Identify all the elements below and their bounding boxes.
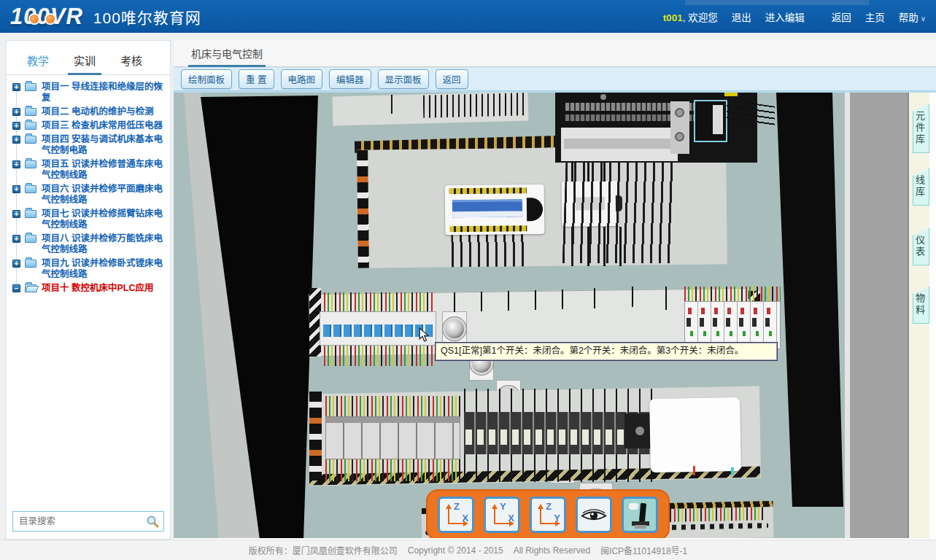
folder-icon xyxy=(25,235,36,243)
home-link[interactable]: 主页 xyxy=(865,9,885,24)
logo-100vr[interactable]: 100VR xyxy=(10,4,83,30)
colored-wires xyxy=(324,292,435,312)
expand-icon[interactable]: + xyxy=(12,136,20,144)
tree-item-label[interactable]: 项目四 安装与调试机床基本电气控制电路 xyxy=(42,134,163,155)
plc-terminal-row xyxy=(565,103,711,111)
site-name: 100唯尔教育网 xyxy=(93,6,201,28)
wire xyxy=(391,95,392,114)
search-input[interactable] xyxy=(13,516,146,526)
axis-arrow-up xyxy=(494,506,495,524)
cabinet-column-gray xyxy=(845,93,912,538)
relay-contactor[interactable] xyxy=(445,184,545,235)
right-margin xyxy=(929,93,936,538)
logo[interactable]: 100VR xyxy=(10,4,83,30)
expand-icon[interactable]: + xyxy=(12,108,20,116)
tree-item-label[interactable]: 项目五 识读并检修普通车床电气控制线路 xyxy=(42,159,163,180)
tree-item-project-3[interactable]: + 项目三 检查机床常用低压电器 xyxy=(12,120,166,133)
wire xyxy=(594,288,595,308)
view-yz-button[interactable]: Z Y xyxy=(530,497,566,533)
3d-viewport[interactable]: QS1[正常]第1个开关：未闭合。第2个开关：未闭合。第3个开关：未闭合。 xyxy=(174,91,936,538)
folder-icon xyxy=(25,260,36,268)
help-menu[interactable]: 帮助∨ xyxy=(899,9,926,24)
tree-item-project-10-selected[interactable]: − 项目十 数控机床中PLC应用 xyxy=(12,282,166,296)
reset-button[interactable]: 重 置 xyxy=(239,69,274,89)
wire xyxy=(562,289,563,309)
gray-relay-row[interactable] xyxy=(325,416,460,459)
switch-status-tooltip: QS1[正常]第1个开关：未闭合。第2个开关：未闭合。第3个开关：未闭合。 xyxy=(435,342,778,361)
lever-icon xyxy=(625,500,656,533)
panel-button[interactable] xyxy=(442,311,467,346)
mouse-cursor xyxy=(419,327,430,346)
folder-icon xyxy=(25,185,36,193)
tree-item-project-2[interactable]: + 项目二 电动机的维护与检测 xyxy=(12,106,166,120)
tab-assessment[interactable]: 考核 xyxy=(110,50,152,74)
switch-lever-button[interactable] xyxy=(622,497,658,533)
expand-icon[interactable]: + xyxy=(12,235,20,243)
tree-item-label[interactable]: 项目八 识读并检修万能铣床电气控制线路 xyxy=(42,233,163,254)
expand-icon[interactable]: + xyxy=(12,122,20,130)
terminal-screw xyxy=(675,132,684,141)
main-tabstrip: 机床与电气控制 xyxy=(174,40,936,67)
yellow-marker xyxy=(724,93,738,96)
wire-bundle xyxy=(423,93,526,118)
tree-item-label[interactable]: 项目一 导线连接和绝缘层的恢复 xyxy=(42,82,163,103)
contactor-label xyxy=(452,199,522,217)
axis-label-h: Y xyxy=(554,513,560,524)
wire xyxy=(665,287,667,310)
duct-edge-striped xyxy=(309,392,322,481)
tab-training[interactable]: 实训 xyxy=(63,50,106,74)
expand-icon[interactable]: + xyxy=(12,210,20,218)
expand-icon[interactable]: + xyxy=(12,260,20,268)
tree-item-label[interactable]: 项目九 识读并检修卧式镗床电气控制线路 xyxy=(42,258,163,279)
screw-icon xyxy=(600,94,606,100)
tree-item-project-4[interactable]: + 项目四 安装与调试机床基本电气控制电路 xyxy=(12,133,166,158)
wire xyxy=(454,292,455,312)
axis-label-v: Z xyxy=(454,501,460,512)
editor-button[interactable]: 编辑器 xyxy=(329,69,371,89)
eye-view-button[interactable] xyxy=(576,497,612,533)
catalog-search[interactable] xyxy=(12,511,164,532)
axis-arrow-up xyxy=(540,506,541,524)
tree-item-project-7[interactable]: + 项目七 识读并检修摇臂钻床电气控制线路 xyxy=(12,208,166,233)
wire-bundle xyxy=(464,454,655,482)
help-label[interactable]: 帮助 xyxy=(899,12,918,23)
tab-teaching[interactable]: 教学 xyxy=(17,50,59,74)
circuit-diagram-button[interactable]: 电路图 xyxy=(281,69,323,89)
return-button[interactable]: 返回 xyxy=(436,69,468,89)
breaker-blue-handles[interactable] xyxy=(323,324,433,337)
draw-panel-button[interactable]: 绘制面板 xyxy=(181,69,232,89)
logout-link[interactable]: 退出 xyxy=(732,9,751,24)
expand-icon[interactable]: + xyxy=(12,83,20,91)
tab-component-library[interactable]: 元件库 xyxy=(913,104,929,153)
tree-item-project-8[interactable]: + 项目八 识读并检修万能铣床电气控制线路 xyxy=(12,233,166,257)
wire-red xyxy=(693,466,695,475)
show-panel-button[interactable]: 显示面板 xyxy=(378,69,429,89)
wire xyxy=(535,290,536,310)
search-icon[interactable] xyxy=(146,515,159,528)
plc-lower-panel xyxy=(561,128,678,161)
enter-edit-link[interactable]: 进入编辑 xyxy=(765,9,805,24)
tree-item-label[interactable]: 项目十 数控机床中PLC应用 xyxy=(42,283,153,293)
axis-arrow-up xyxy=(448,506,449,524)
welcome-text: , 欢迎您 xyxy=(683,12,718,23)
collapse-icon[interactable]: − xyxy=(12,284,20,292)
footer: 版权所有：厦门凤凰创壹软件有限公司 Copyright © 2014 - 201… xyxy=(0,540,936,560)
back-link[interactable]: 返回 xyxy=(832,9,851,24)
tree-item-label[interactable]: 项目三 检查机床常用低压电器 xyxy=(42,120,163,131)
plc-side-strip xyxy=(670,101,689,154)
tree-item-project-6[interactable]: + 项目六 识读并检修平面磨床电气控制线路 xyxy=(12,183,166,208)
expand-icon[interactable]: + xyxy=(12,185,20,193)
tree-item-label[interactable]: 项目二 电动机的维护与检测 xyxy=(42,106,153,117)
view-xy-button[interactable]: Y X xyxy=(484,497,520,533)
tree-item-project-1[interactable]: + 项目一 导线连接和绝缘层的恢复 xyxy=(12,81,166,106)
plc-label-band xyxy=(564,139,675,149)
tab-machine-electric-control[interactable]: 机床与电气控制 xyxy=(188,40,266,66)
tree-item-label[interactable]: 项目七 识读并检修摇臂钻床电气控制线路 xyxy=(42,209,163,230)
expand-icon[interactable]: + xyxy=(12,160,20,168)
tree-item-project-5[interactable]: + 项目五 识读并检修普通车床电气控制线路 xyxy=(12,158,166,183)
screw-icon xyxy=(635,427,644,435)
header: 100VR 100唯尔教育网 t001, 欢迎您 退出 进入编辑 返回 主页 帮… xyxy=(0,0,936,33)
tree-item-label[interactable]: 项目六 识读并检修平面磨床电气控制线路 xyxy=(42,184,163,205)
view-xz-button[interactable]: Z X xyxy=(438,497,474,533)
tree-item-project-9[interactable]: + 项目九 识读并检修卧式镗床电气控制线路 xyxy=(12,257,166,282)
